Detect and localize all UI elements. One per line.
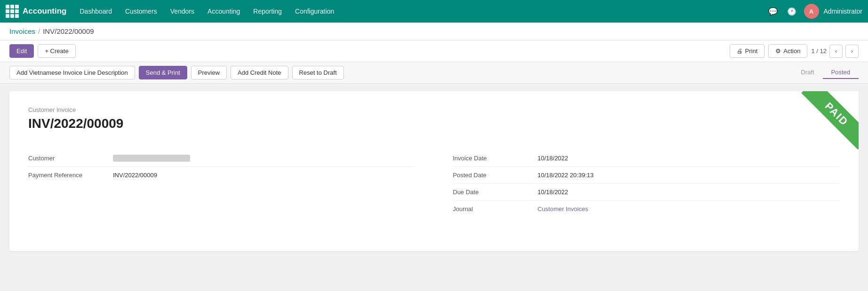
app-grid-icon[interactable] (6, 5, 19, 18)
payment-reference-label: Payment Reference (28, 172, 113, 179)
breadcrumb-current: INV/2022/00009 (43, 27, 94, 35)
next-page-button[interactable]: › (845, 45, 859, 58)
status-draft[interactable]: Draft (792, 66, 822, 79)
invoice-right-fields: Invoice Date 10/18/2022 Posted Date 10/1… (453, 150, 840, 217)
field-row-invoice-date: Invoice Date 10/18/2022 (453, 150, 840, 167)
nav-dashboard[interactable]: Dashboard (74, 5, 118, 18)
field-row-payment-ref: Payment Reference INV/2022/00009 (28, 167, 415, 183)
reset-to-draft-button[interactable]: Reset to Draft (292, 66, 344, 79)
invoice-left-fields: Customer ██████████ ████ ███ Payment Ref… (28, 150, 415, 217)
invoice-subtitle: Customer Invoice (28, 106, 840, 113)
customer-label: Customer (28, 155, 113, 162)
action-bar: Add Vietnamese Invoice Line Description … (0, 62, 868, 84)
chat-icon[interactable]: 💬 (764, 3, 781, 20)
main-content: PAID Customer Invoice INV/2022/00009 Cus… (0, 84, 868, 272)
user-name[interactable]: Administrator (824, 8, 862, 15)
payment-reference-value: INV/2022/00009 (113, 172, 157, 179)
invoice-date-label: Invoice Date (453, 155, 538, 162)
app-title[interactable]: Accounting (23, 7, 67, 16)
print-icon: 🖨 (737, 47, 743, 55)
customer-value: ██████████ ████ ███ (113, 155, 190, 162)
invoice-card: PAID Customer Invoice INV/2022/00009 Cus… (9, 91, 859, 251)
create-button-label: + Create (45, 47, 68, 55)
print-button[interactable]: 🖨 Print (730, 44, 765, 58)
print-label: Print (745, 47, 758, 55)
nav-reporting[interactable]: Reporting (247, 5, 287, 18)
breadcrumb-parent[interactable]: Invoices (9, 27, 35, 35)
nav-configuration[interactable]: Configuration (289, 5, 340, 18)
invoice-fields: Customer ██████████ ████ ███ Payment Ref… (28, 150, 840, 217)
action-label: Action (783, 47, 800, 55)
invoice-date-value: 10/18/2022 (538, 155, 568, 162)
edit-button[interactable]: Edit (9, 44, 34, 58)
preview-button[interactable]: Preview (191, 66, 227, 79)
journal-value[interactable]: Customer Invoices (538, 205, 589, 212)
nav-customers[interactable]: Customers (119, 5, 163, 18)
action-button[interactable]: ⚙ Action (768, 44, 807, 58)
field-row-due-date: Due Date 10/18/2022 (453, 184, 840, 201)
send-print-button[interactable]: Send & Print (139, 66, 187, 79)
gear-icon: ⚙ (775, 47, 781, 55)
invoice-number: INV/2022/00009 (28, 116, 840, 131)
user-avatar[interactable]: A (804, 4, 819, 19)
due-date-label: Due Date (453, 189, 538, 196)
breadcrumb-separator: / (38, 27, 40, 35)
breadcrumb: Invoices / INV/2022/00009 (0, 23, 868, 40)
top-navigation: Accounting Dashboard Customers Vendors A… (0, 0, 868, 23)
posted-date-label: Posted Date (453, 172, 538, 179)
main-toolbar: Edit + Create 🖨 Print ⚙ Action 1 / 12 ‹ … (0, 40, 868, 62)
add-credit-note-button[interactable]: Add Credit Note (231, 66, 288, 79)
due-date-value: 10/18/2022 (538, 189, 568, 196)
field-row-journal: Journal Customer Invoices (453, 201, 840, 217)
clock-icon[interactable]: 🕐 (783, 3, 800, 20)
nav-vendors[interactable]: Vendors (165, 5, 200, 18)
pagination: 1 / 12 ‹ › (811, 45, 859, 58)
create-button[interactable]: + Create (38, 44, 75, 58)
status-bar: Draft Posted (792, 66, 859, 79)
add-vietnamese-button[interactable]: Add Vietnamese Invoice Line Description (9, 66, 135, 79)
field-row-customer: Customer ██████████ ████ ███ (28, 150, 415, 167)
nav-accounting[interactable]: Accounting (202, 5, 246, 18)
status-posted[interactable]: Posted (823, 66, 859, 79)
prev-page-button[interactable]: ‹ (829, 45, 843, 58)
pagination-text: 1 / 12 (811, 47, 827, 55)
field-row-posted-date: Posted Date 10/18/2022 20:39:13 (453, 167, 840, 184)
posted-date-value: 10/18/2022 20:39:13 (538, 172, 594, 179)
journal-label: Journal (453, 205, 538, 212)
